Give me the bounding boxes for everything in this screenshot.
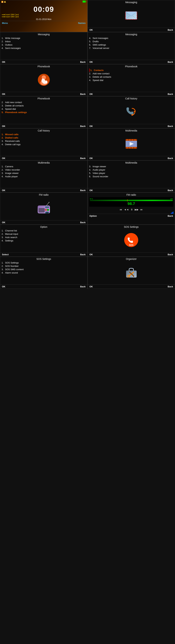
menu-item[interactable]: 6. SMS settings [89, 43, 174, 46]
menu-item[interactable]: 1. SOS Settings [1, 261, 86, 264]
menu-item[interactable]: 2. Dialled calls [1, 136, 86, 140]
menu-item[interactable]: 4. Delete call logs [1, 143, 86, 146]
ok-button[interactable]: OK [2, 93, 5, 96]
item-number: 2. [1, 265, 4, 268]
back-button[interactable]: Back [80, 157, 85, 160]
menu-item[interactable]: 2. SOS Number [1, 264, 86, 268]
back-button[interactable]: Back [80, 93, 85, 96]
back-button[interactable]: Back [80, 285, 85, 288]
item-number: 4. [89, 168, 92, 171]
back-button[interactable]: Back [80, 221, 85, 224]
option-button[interactable]: Option [90, 214, 97, 217]
names-button[interactable]: Names [78, 22, 86, 24]
menu-item[interactable]: 4. Speed dial [89, 78, 174, 82]
menu-item[interactable]: 6. Sound recorder [89, 175, 174, 178]
back-button[interactable]: Back [168, 214, 173, 217]
cell-footer: OK Back [0, 220, 87, 224]
menu-item[interactable]: 3. Received calls [1, 140, 86, 143]
back-button[interactable]: Back [80, 253, 85, 256]
item-number: 4. [89, 37, 92, 40]
ok-button[interactable]: OK [2, 125, 5, 128]
menu-item[interactable]: 4. Sent messages [1, 46, 86, 50]
menu-item[interactable]: 4. Sent messages [89, 36, 174, 40]
menu-item[interactable]: 1. Write message [1, 36, 86, 40]
menu-item[interactable]: 3. Image viewer [1, 172, 86, 175]
cell-footer: OK Back [88, 92, 175, 96]
menu-item[interactable]: 4. Audio player [1, 175, 86, 178]
fm-next-button[interactable]: ▶▶ [135, 208, 139, 211]
phonebook-menu2-cell: Phonebook 2. Add new contact 3. Delete a… [0, 96, 88, 128]
item-label: Drafts [93, 40, 99, 43]
sim1-status: ■ Insert SIM Card [0, 14, 87, 16]
ok-button[interactable]: OK [90, 125, 93, 128]
item-label: SMS settings [93, 44, 106, 46]
menu-item[interactable]: 4. Settings [1, 239, 86, 242]
back-button[interactable]: Back [168, 189, 173, 192]
menu-item[interactable]: 3. Image viewer [89, 165, 174, 168]
back-button[interactable]: Back [168, 125, 173, 128]
back-button[interactable]: Back [168, 93, 173, 96]
menu-item[interactable]: 2. Manual input [1, 232, 86, 236]
menu-item[interactable]: 3. Delete all contacts [1, 104, 86, 107]
fm-prev-button[interactable]: ◄◄ [124, 208, 129, 211]
menu-item[interactable]: 5. Video player [89, 172, 174, 175]
item-label: Image viewer [5, 172, 18, 174]
menu-item[interactable]: 3. SOS SMS content [1, 268, 86, 271]
sos-icon-cell: SOS Settings SOS OK Back [88, 224, 175, 257]
item-number: 4. [1, 239, 4, 242]
status-icons: 📶 🔔 [1, 0, 6, 3]
back-button[interactable]: Back [80, 189, 85, 192]
item-label: SOS Number [5, 265, 18, 268]
menu-item[interactable]: 2. Inbox [1, 40, 86, 43]
ok-button[interactable]: OK [90, 285, 93, 288]
alarm-icon: 🔔 [4, 1, 6, 3]
fm-play-button[interactable]: ⏸ [131, 208, 133, 211]
fm-rewind-button[interactable]: ⏮ [120, 208, 122, 211]
ok-button[interactable]: OK [2, 285, 5, 288]
ok-button[interactable]: OK [90, 253, 93, 256]
menu-item[interactable]: 7. Voicemail server [89, 46, 174, 50]
ok-button[interactable]: Select [2, 253, 8, 256]
item-number: 2. [89, 72, 92, 75]
ok-button[interactable]: OK [2, 61, 5, 63]
menu-item[interactable]: 3. Delete all contacts [89, 75, 174, 78]
menu-item[interactable]: 4. Alarm sound [1, 271, 86, 274]
back-button[interactable]: Back [168, 157, 173, 160]
ok-button[interactable]: OK [2, 157, 5, 160]
menu-item[interactable]: 1. Contacts [89, 68, 174, 72]
fm-forward-button[interactable]: ⏭ [140, 208, 143, 211]
home-screen: 📶 🔔 00:09 ■ Insert SIM Card ■ Insert SIM… [0, 0, 88, 32]
menu-item[interactable]: 2. Add new contact [1, 101, 86, 104]
menu-item[interactable]: 2. Add new contact [89, 72, 174, 75]
ok-button[interactable]: OK [90, 28, 93, 31]
ok-button[interactable]: OK [90, 189, 93, 192]
menu-item[interactable]: 1. Channel list [1, 229, 86, 232]
back-button[interactable]: Back [80, 125, 85, 128]
multimedia-menu2-cell: Multimedia 3. Image viewer 4. Audio play… [88, 160, 175, 192]
ok-button[interactable]: OK [90, 157, 93, 160]
svg-point-38 [46, 212, 48, 213]
back-button[interactable]: Back [168, 253, 173, 256]
menu-item[interactable]: 1. Missed calls [1, 133, 86, 136]
menu-item[interactable]: 3. Auto search [1, 236, 86, 239]
ok-button[interactable]: OK [2, 189, 5, 192]
back-button[interactable]: Back [168, 28, 173, 31]
clock-display: 00:09 [0, 5, 87, 14]
menu-item[interactable]: 4. Speed dial [1, 107, 86, 111]
screen-title: FM radio [88, 193, 175, 196]
menu-item[interactable]: 4. Audio player [89, 168, 174, 172]
screen-title: Phonebook [88, 64, 175, 68]
menu-button[interactable]: Menu [2, 22, 8, 24]
back-button[interactable]: Back [80, 61, 85, 63]
menu-item[interactable]: 2. Video recorder [1, 168, 86, 172]
menu-item[interactable]: 3. Outbox [1, 43, 86, 46]
back-button[interactable]: Back [168, 61, 173, 63]
menu-item[interactable]: 5. Drafts [89, 40, 174, 43]
cell-footer: Option Back [88, 214, 175, 218]
ok-button[interactable]: OK [90, 61, 93, 63]
ok-button[interactable]: OK [90, 93, 93, 96]
ok-button[interactable]: OK [2, 221, 5, 224]
menu-item[interactable]: 5. Phonebook settings [1, 111, 86, 114]
menu-item[interactable]: 1. Camera [1, 165, 86, 168]
back-button[interactable]: Back [168, 285, 173, 288]
